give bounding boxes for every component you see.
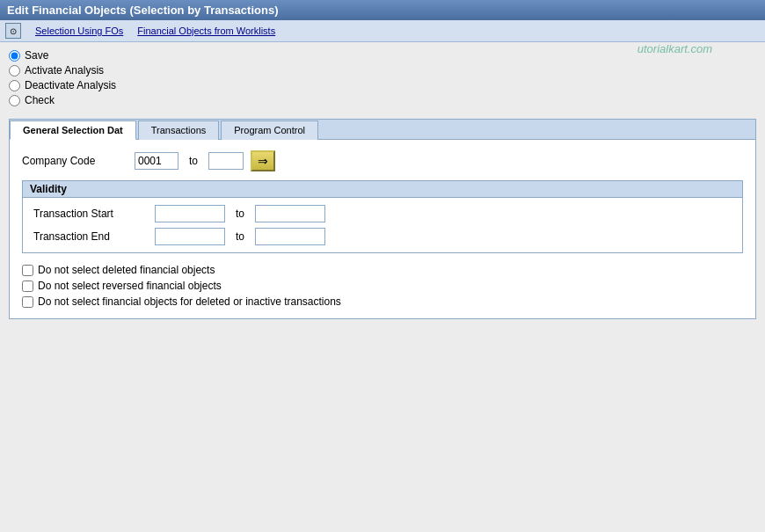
transaction-end-label: Transaction End — [33, 230, 148, 243]
tabs-header: General Selection Dat Transactions Progr… — [10, 120, 755, 139]
checkbox-no-deleted[interactable]: Do not select deleted financial objects — [22, 264, 743, 276]
transaction-end-to-input[interactable] — [255, 228, 325, 245]
financial-objects-worklists-link[interactable]: Financial Objects from Worklists — [137, 26, 275, 36]
transaction-end-row: Transaction End to — [33, 228, 732, 245]
checkbox-no-inactive-label: Do not select financial objects for dele… — [38, 295, 341, 308]
main-content: Save Activate Analysis Deactivate Analys… — [0, 42, 765, 326]
company-code-from-input[interactable] — [135, 152, 178, 170]
arrow-button[interactable]: ⇒ — [251, 150, 275, 171]
radio-check[interactable]: Check — [9, 94, 756, 106]
checkbox-no-reversed-input[interactable] — [22, 281, 33, 292]
radio-save[interactable]: Save — [9, 49, 756, 62]
tabs-container: General Selection Dat Transactions Progr… — [9, 119, 756, 319]
toolbar-icon-symbol: ⊙ — [10, 26, 17, 36]
title-text: Edit Financial Objects (Selection by Tra… — [7, 4, 278, 17]
transaction-start-from-input[interactable] — [155, 205, 225, 222]
title-bar: Edit Financial Objects (Selection by Tra… — [0, 0, 765, 20]
tab-content-general: Company Code to ⇒ Validity Transaction S… — [10, 139, 755, 318]
checkbox-group: Do not select deleted financial objects … — [22, 264, 743, 308]
radio-group: Save Activate Analysis Deactivate Analys… — [9, 49, 756, 106]
radio-save-input[interactable] — [9, 50, 20, 62]
checkbox-no-inactive-input[interactable] — [22, 296, 33, 308]
radio-activate-input[interactable] — [9, 65, 20, 77]
transaction-start-label: Transaction Start — [33, 208, 148, 220]
company-code-row: Company Code to ⇒ — [22, 150, 743, 171]
radio-deactivate-label: Deactivate Analysis — [25, 79, 116, 91]
radio-activate-analysis[interactable]: Activate Analysis — [9, 64, 756, 77]
checkbox-no-deleted-label: Do not select deleted financial objects — [38, 264, 215, 276]
radio-check-input[interactable] — [9, 95, 20, 106]
company-code-to-input[interactable] — [208, 152, 244, 170]
transaction-start-to-input[interactable] — [255, 205, 325, 222]
checkbox-no-reversed[interactable]: Do not select reversed financial objects — [22, 280, 743, 292]
transaction-end-from-input[interactable] — [155, 228, 225, 245]
toolbar: ⊙ Selection Using FOs Financial Objects … — [0, 20, 765, 42]
validity-header: Validity — [23, 181, 742, 198]
radio-deactivate-analysis[interactable]: Deactivate Analysis — [9, 79, 756, 91]
transaction-start-row: Transaction Start to — [33, 205, 732, 222]
company-code-label: Company Code — [22, 155, 128, 167]
radio-deactivate-input[interactable] — [9, 80, 20, 91]
arrow-icon: ⇒ — [258, 154, 268, 168]
tab-program-control[interactable]: Program Control — [221, 120, 318, 140]
transaction-start-to-label: to — [236, 208, 244, 220]
validity-section: Validity Transaction Start to Transactio… — [22, 180, 743, 253]
tab-transactions[interactable]: Transactions — [138, 120, 220, 140]
checkbox-no-inactive[interactable]: Do not select financial objects for dele… — [22, 295, 743, 308]
selection-using-fos-link[interactable]: Selection Using FOs — [35, 26, 123, 36]
checkbox-no-deleted-input[interactable] — [22, 265, 33, 276]
radio-activate-label: Activate Analysis — [25, 64, 104, 77]
tab-general-selection-dat[interactable]: General Selection Dat — [10, 120, 136, 140]
company-code-to-label: to — [189, 155, 198, 167]
toolbar-icon[interactable]: ⊙ — [5, 23, 21, 39]
transaction-end-to-label: to — [236, 230, 244, 243]
radio-check-label: Check — [25, 94, 55, 106]
validity-content: Transaction Start to Transaction End to — [23, 198, 742, 252]
radio-save-label: Save — [25, 49, 48, 62]
checkbox-no-reversed-label: Do not select reversed financial objects — [38, 280, 222, 292]
